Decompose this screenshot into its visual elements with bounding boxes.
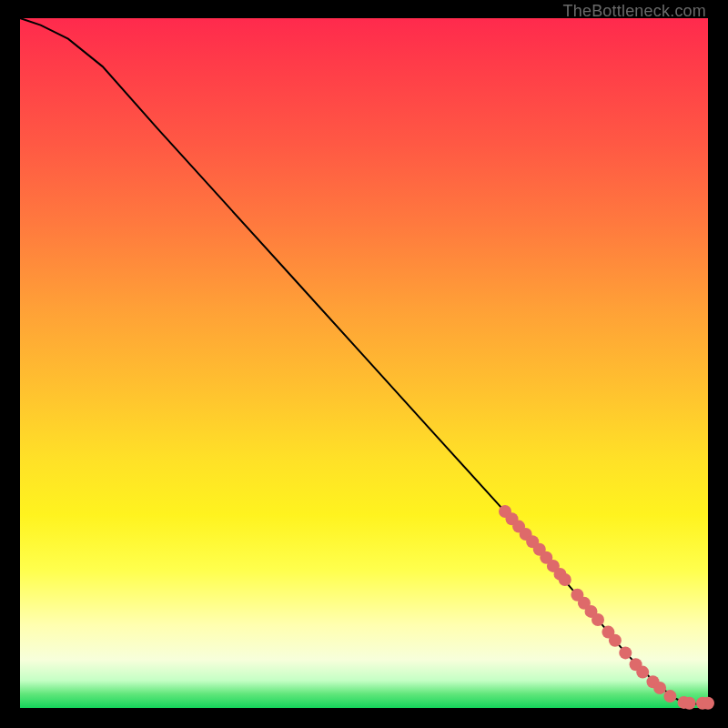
data-marker — [683, 697, 696, 710]
bottleneck-curve — [20, 18, 708, 704]
data-marker — [653, 682, 666, 694]
chart-frame: TheBottleneck.com — [0, 0, 728, 728]
data-marker — [592, 613, 604, 626]
marker-group — [499, 505, 714, 710]
data-marker — [559, 573, 571, 586]
data-marker — [619, 646, 632, 659]
chart-overlay — [20, 18, 708, 708]
data-marker — [702, 697, 714, 710]
data-marker — [663, 690, 676, 703]
plot-area — [20, 18, 708, 708]
data-marker — [636, 666, 649, 679]
data-marker — [609, 634, 622, 647]
